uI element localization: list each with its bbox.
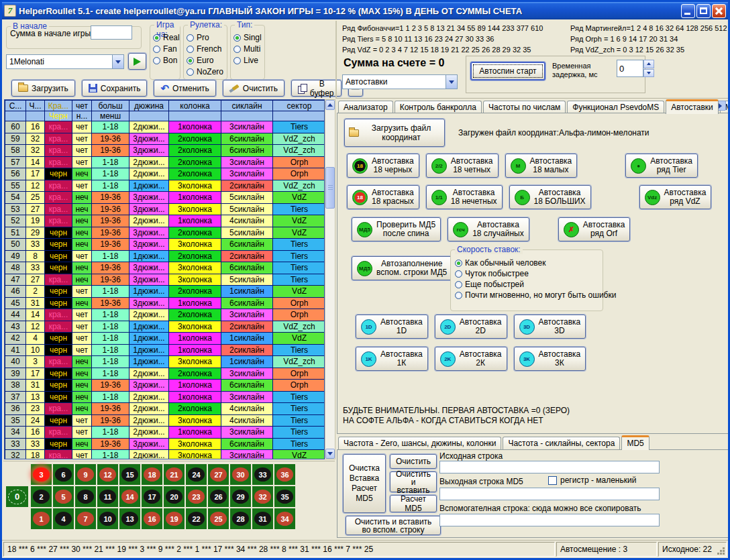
table-row[interactable]: 5219кра... неч19-362дюжи... 1колонка4сик… [5, 215, 325, 227]
board-cell[interactable]: 20 [164, 486, 185, 507]
save-button[interactable]: Сохранить [82, 80, 148, 97]
column-header[interactable] [169, 111, 221, 121]
column-header[interactable]: н... [72, 111, 92, 121]
board-cell[interactable]: 13 [119, 508, 140, 529]
column-header[interactable] [221, 111, 273, 121]
autobet-button[interactable]: ✗Автоставкаряд Orf [558, 217, 631, 241]
radio-option[interactable]: Bon [153, 56, 177, 65]
board-cell[interactable]: 2 [31, 486, 52, 507]
load-button[interactable]: Загрузить [11, 80, 75, 97]
spinner-down-button[interactable] [643, 69, 654, 78]
board-cell[interactable]: 3 [31, 464, 52, 485]
tab[interactable]: Частота - Zero, шансы, дюжины, колонки [338, 437, 501, 449]
board-cell[interactable]: 4 [53, 508, 74, 529]
tab[interactable]: Частота - сиклайны, сектора [503, 437, 620, 449]
board-cell[interactable]: 33 [252, 464, 273, 485]
maximize-button[interactable] [696, 4, 711, 18]
column-header[interactable]: дюжина [129, 101, 169, 111]
dropdown-arrow-icon[interactable] [446, 75, 457, 89]
radio-option[interactable]: NoZero [187, 67, 224, 76]
column-header[interactable] [129, 111, 169, 121]
radio-option[interactable]: Singl [233, 33, 262, 42]
tab[interactable]: Автоставки [666, 99, 719, 114]
board-cell[interactable]: 9 [75, 464, 96, 485]
board-cell[interactable]: 21 [164, 464, 185, 485]
copy-buffer-button[interactable]: В буфер [291, 80, 342, 97]
md5-calc-button[interactable]: Расчет MD5 [390, 495, 437, 512]
board-cell[interactable]: 7 [75, 508, 96, 529]
autobet-button[interactable]: гсчАвтоставка18 случайных [448, 217, 529, 241]
table-row[interactable]: 6016кра... чет1-182дюжи... 1колонка3сикл… [5, 121, 325, 133]
autobet-button[interactable]: БАвтоставка18 БОЛЬШИХ [509, 185, 591, 209]
column-header[interactable]: чет [72, 101, 92, 111]
table-row[interactable]: 462черн чет1-181дюжи... 2колонка1сиклайн… [5, 286, 325, 298]
table-row[interactable]: 424черн чет1-181дюжи... 1колонка1сиклайн… [5, 333, 325, 345]
table-row[interactable]: 3713черн неч1-182дюжи... 1колонка3сиклай… [5, 391, 325, 403]
radio-option[interactable]: Euro [187, 56, 224, 65]
radio-option[interactable]: Почти мгновенно, но могут быть ошибки [455, 290, 598, 300]
column-header[interactable]: менш [92, 111, 129, 121]
board-cell[interactable]: 36 [274, 464, 295, 485]
board-cell[interactable]: 32 [252, 486, 273, 507]
board-cell[interactable]: 10 [97, 508, 118, 529]
autobet-button[interactable]: 1DАвтоставка1D [356, 315, 428, 339]
board-cell[interactable]: 22 [186, 508, 207, 529]
column-header[interactable]: Черн [45, 111, 72, 121]
column-header[interactable] [5, 111, 26, 121]
board-cell[interactable]: 18 [142, 464, 162, 485]
table-row[interactable]: 5714кра... чет1-182дюжи... 2колонка3сикл… [5, 156, 325, 168]
table-row[interactable]: 5327кра... неч19-363дюжи... 3колонка5сик… [5, 203, 325, 215]
autobet-button[interactable]: МД5Автозаполнениевспом. строки МД5 [352, 256, 452, 280]
board-cell[interactable]: 16 [142, 508, 162, 529]
autobet-button[interactable]: 18Автоставка18 черных [347, 154, 419, 178]
radio-option[interactable]: Fan [153, 44, 177, 54]
table-row[interactable]: 5033черн неч19-363дюжи... 3колонка6сикла… [5, 239, 325, 251]
board-cell[interactable]: 23 [186, 486, 207, 507]
table-row[interactable]: 4312кра... чет1-181дюжи... 3колонка2сикл… [5, 321, 325, 333]
board-cell[interactable]: 28 [230, 508, 251, 529]
delay-spinner-input[interactable] [617, 60, 643, 77]
table-row[interactable]: 403кра... неч1-181дюжи... 3колонка1сикла… [5, 356, 325, 368]
column-header[interactable]: колонка [169, 101, 221, 111]
aux-string-input[interactable] [439, 514, 660, 526]
table-row[interactable]: 3524черн чет19-362дюжи... 3колонка4сикла… [5, 414, 325, 427]
table-row[interactable]: 5932кра... чет19-363дюжи... 2колонка6сик… [5, 133, 325, 145]
table-row[interactable]: 3623кра... неч19-362дюжи... 2колонка4сик… [5, 403, 325, 415]
md5-clear-insert-aux-button[interactable]: Очистить и вставить во вспом. строку [346, 516, 441, 535]
dropdown-arrow-icon[interactable] [112, 55, 123, 68]
autobet-button[interactable]: 2DАвтоставка2D [435, 315, 507, 339]
clear-button[interactable]: Очистить [223, 80, 284, 97]
table-scrollbar[interactable] [325, 99, 335, 459]
column-header[interactable]: С... [5, 101, 26, 111]
table-row[interactable]: 3333черн неч19-363дюжи... 3колонка6сикла… [5, 438, 325, 450]
radio-option[interactable]: Как обычный человек [455, 258, 598, 268]
table-row[interactable]: 3917черн неч1-182дюжи... 2колонка3сиклай… [5, 368, 325, 380]
column-header[interactable]: сиклайн [221, 101, 273, 111]
column-header[interactable]: сектор [273, 101, 325, 111]
autobets-select[interactable]: Автоставки [342, 74, 458, 89]
autobet-button[interactable]: МД5Проверить МД5после спина [352, 217, 441, 241]
board-cell[interactable]: 17 [142, 486, 162, 507]
table-row[interactable]: 4833черн неч19-363дюжи... 3колонка6сикла… [5, 262, 325, 274]
autobet-button[interactable]: 1/1Автоставка18 нечетных [426, 185, 503, 209]
spinner-up-button[interactable] [643, 60, 654, 68]
board-cell[interactable]: 24 [186, 464, 207, 485]
table-row[interactable]: 4110черн чет1-181дюжи... 1колонка2сиклай… [5, 344, 325, 356]
autobet-button[interactable]: VdzАвтоставкаряд VdZ [639, 185, 712, 209]
radio-option[interactable]: Multi [233, 44, 262, 54]
autospin-start-button[interactable]: Автоспин старт [470, 62, 545, 80]
source-string-input[interactable] [439, 461, 660, 473]
scroll-thumb[interactable] [325, 167, 335, 209]
board-cell[interactable]: 12 [97, 464, 118, 485]
board-cell[interactable]: 31 [252, 508, 273, 529]
undo-button[interactable]: ↶Отменить [154, 80, 215, 97]
table-row[interactable]: 5617черн неч1-182дюжи... 2колонка3сиклай… [5, 168, 325, 180]
start-sum-input[interactable] [91, 25, 132, 40]
close-button[interactable] [712, 4, 726, 18]
output-string-input[interactable] [439, 488, 660, 500]
minimize-button[interactable] [681, 4, 695, 18]
scroll-up-button[interactable] [325, 100, 335, 110]
table-row[interactable]: 5512кра... чет1-181дюжи... 3колонка2сикл… [5, 180, 325, 192]
radio-option[interactable]: Чуток побыстрее [455, 269, 598, 278]
board-cell[interactable]: 27 [208, 464, 229, 485]
